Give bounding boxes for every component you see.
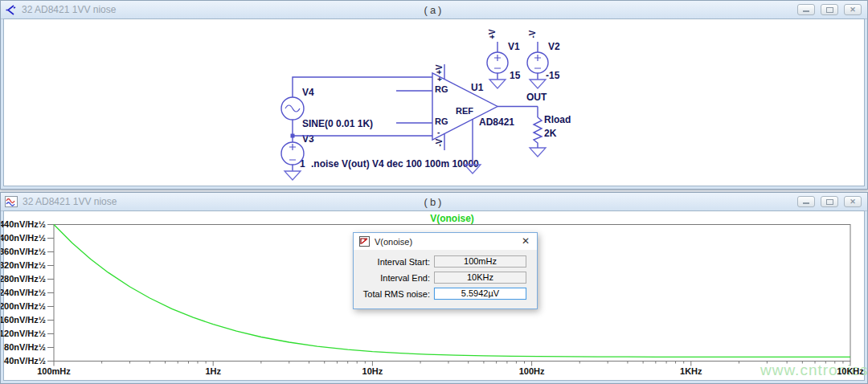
v2-rail-label: -V — [528, 27, 537, 43]
ref-pin-label: REF — [456, 106, 473, 116]
rload-value-label[interactable]: 2K — [544, 128, 556, 139]
close-button[interactable]: ✕ — [844, 4, 862, 15]
watermark: www.cntronics.com — [760, 362, 868, 379]
u1-name-label[interactable]: U1 — [471, 82, 483, 93]
minimize-icon — [803, 202, 809, 204]
v1-name-label[interactable]: V1 — [508, 41, 520, 52]
ltspice-waveform-icon — [5, 196, 18, 207]
schematic-titlebar[interactable]: 32 AD8421 1VV niose (a) ✕ — [1, 1, 867, 19]
part-number-label[interactable]: AD8421 — [479, 116, 514, 128]
total-rms-noise-row: Total RMS noise: 5.5942µV — [354, 288, 537, 300]
v4-name-label[interactable]: V4 — [302, 87, 314, 98]
v1-value-label[interactable]: 15 — [510, 70, 520, 81]
close-icon: ✕ — [850, 6, 856, 14]
panel-label-b: (b) — [424, 196, 444, 208]
waveform-titlebar[interactable]: 32 AD8421 1VV niose (b) ✕ — [1, 193, 867, 211]
restore-icon — [826, 199, 833, 205]
out-net-label[interactable]: OUT — [526, 92, 547, 103]
interval-end-label: Interval End: — [354, 273, 430, 283]
restore-button[interactable] — [821, 4, 838, 15]
rg-bottom-pin-label: RG — [435, 116, 448, 126]
restore-button[interactable] — [821, 196, 838, 207]
opamp-neg-rail-label: -V — [435, 135, 444, 151]
window-title: 32 AD8421 1VV niose — [22, 4, 116, 15]
restore-icon — [826, 7, 833, 13]
window-title: 32 AD8421 1VV niose — [23, 196, 117, 207]
dialog-close-icon[interactable]: ✕ — [522, 235, 530, 247]
noise-directive-label[interactable]: .noise V(out) V4 dec 100 100m 10000 — [311, 158, 479, 170]
opamp-pos-rail-label: +V — [435, 62, 444, 78]
v1-rail-label: +V — [488, 27, 497, 43]
interval-start-row: Interval Start: 100mHz — [354, 255, 537, 268]
minimize-icon — [803, 10, 809, 12]
minimize-button[interactable] — [797, 196, 815, 207]
dialog-title: V(onoise) — [375, 237, 412, 247]
rload-name-label[interactable]: Rload — [544, 114, 571, 125]
interval-start-value[interactable]: 100mHz — [434, 255, 526, 268]
v2-value-label[interactable]: -15 — [546, 70, 559, 81]
waveform-window: 32 AD8421 1VV niose (b) ✕ www.cntronics.… — [0, 192, 868, 384]
interval-end-value[interactable]: 10KHz — [434, 272, 526, 284]
interval-end-row: Interval End: 10KHz — [354, 272, 537, 284]
schematic-window: 32 AD8421 1VV niose (a) ✕ — [0, 0, 868, 190]
v3-value-label[interactable]: 1 — [300, 158, 305, 170]
minimize-button[interactable] — [797, 4, 815, 15]
rms-noise-dialog: V(onoise) ✕ Interval Start: 100mHz Inter… — [353, 232, 538, 309]
v2-name-label[interactable]: V2 — [548, 41, 560, 52]
rg-top-pin-label: RG — [435, 84, 448, 94]
close-button[interactable]: ✕ — [844, 196, 862, 207]
close-icon: ✕ — [850, 198, 856, 206]
interval-start-label: Interval Start: — [354, 257, 430, 267]
dialog-titlebar[interactable]: V(onoise) ✕ — [354, 233, 537, 250]
total-rms-noise-label: Total RMS noise: — [354, 289, 430, 299]
dialog-waveform-icon — [359, 236, 370, 247]
ltspice-schematic-icon — [5, 4, 17, 16]
total-rms-noise-value[interactable]: 5.5942µV — [434, 288, 526, 300]
panel-label-a: (a) — [424, 4, 444, 16]
v4-value-label[interactable]: SINE(0 0.01 1K) — [302, 118, 373, 129]
v3-name-label[interactable]: V3 — [302, 133, 314, 145]
